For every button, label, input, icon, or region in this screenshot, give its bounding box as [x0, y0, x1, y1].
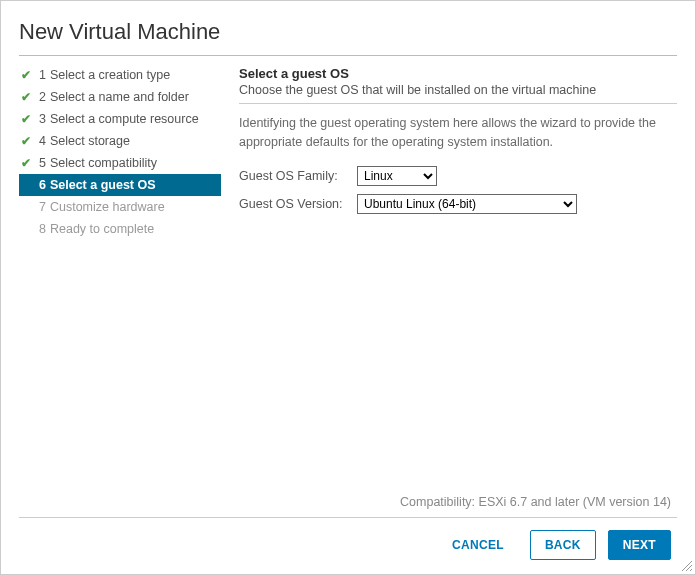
svg-line-1 [686, 565, 692, 571]
step-8: ✔ 8 Ready to complete [19, 218, 221, 240]
svg-line-0 [682, 561, 692, 571]
svg-line-2 [690, 569, 692, 571]
guest-os-version-row: Guest OS Version: Ubuntu Linux (64-bit) [239, 194, 677, 214]
step-4[interactable]: ✔ 4 Select storage [19, 130, 221, 152]
step-2[interactable]: ✔ 2 Select a name and folder [19, 86, 221, 108]
divider [19, 55, 677, 56]
guest-os-family-select[interactable]: Linux [357, 166, 437, 186]
step-label: Select compatibility [50, 156, 157, 170]
step-number: 2 [39, 90, 46, 104]
step-6[interactable]: ✔ 6 Select a guest OS [19, 174, 221, 196]
check-icon: ✔ [21, 69, 35, 81]
wizard-content: Select a guest OS Choose the guest OS th… [221, 60, 677, 517]
guest-os-family-label: Guest OS Family: [239, 169, 357, 183]
guest-os-version-label: Guest OS Version: [239, 197, 357, 211]
step-label: Customize hardware [50, 200, 165, 214]
step-number: 6 [39, 178, 46, 192]
step-number: 3 [39, 112, 46, 126]
check-icon: ✔ [21, 91, 35, 103]
step-number: 1 [39, 68, 46, 82]
guest-os-version-select[interactable]: Ubuntu Linux (64-bit) [357, 194, 577, 214]
compatibility-note: Compatibility: ESXi 6.7 and later (VM ve… [239, 495, 677, 517]
step-label: Select storage [50, 134, 130, 148]
step-1[interactable]: ✔ 1 Select a creation type [19, 64, 221, 86]
next-button[interactable]: NEXT [608, 530, 671, 560]
check-icon: ✔ [21, 223, 35, 235]
new-vm-wizard: New Virtual Machine ✔ 1 Select a creatio… [1, 1, 695, 574]
step-number: 8 [39, 222, 46, 236]
wizard-footer: CANCEL BACK NEXT [19, 517, 677, 574]
back-button[interactable]: BACK [530, 530, 596, 560]
step-5[interactable]: ✔ 5 Select compatibility [19, 152, 221, 174]
step-7: ✔ 7 Customize hardware [19, 196, 221, 218]
dialog-title: New Virtual Machine [19, 19, 677, 45]
content-description: Identifying the guest operating system h… [239, 114, 677, 152]
step-label: Select a guest OS [50, 178, 156, 192]
step-label: Ready to complete [50, 222, 154, 236]
check-icon: ✔ [21, 157, 35, 169]
guest-os-family-row: Guest OS Family: Linux [239, 166, 677, 186]
step-3[interactable]: ✔ 3 Select a compute resource [19, 108, 221, 130]
resize-handle-icon [679, 558, 693, 572]
step-label: Select a creation type [50, 68, 170, 82]
step-label: Select a compute resource [50, 112, 199, 126]
check-icon: ✔ [21, 201, 35, 213]
cancel-button[interactable]: CANCEL [438, 531, 518, 559]
check-icon: ✔ [21, 113, 35, 125]
divider [239, 103, 677, 104]
check-icon: ✔ [21, 179, 35, 191]
wizard-body: ✔ 1 Select a creation type ✔ 2 Select a … [19, 60, 677, 517]
check-icon: ✔ [21, 135, 35, 147]
step-number: 4 [39, 134, 46, 148]
content-subheading: Choose the guest OS that will be install… [239, 83, 677, 97]
step-number: 7 [39, 200, 46, 214]
wizard-steps: ✔ 1 Select a creation type ✔ 2 Select a … [19, 60, 221, 517]
step-number: 5 [39, 156, 46, 170]
content-heading: Select a guest OS [239, 66, 677, 81]
step-label: Select a name and folder [50, 90, 189, 104]
